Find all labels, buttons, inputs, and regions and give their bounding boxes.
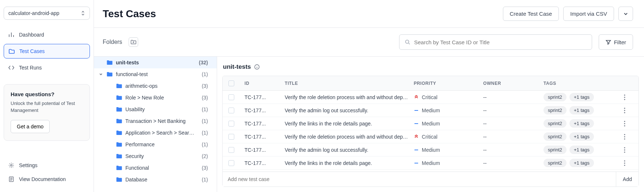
col-id[interactable]: ID: [242, 80, 283, 87]
project-select-value: calculator-android-app: [8, 10, 59, 16]
nav-item-dashboard[interactable]: Dashboard: [4, 28, 90, 42]
col-title[interactable]: TITLE: [283, 80, 412, 87]
folder-icon: [116, 153, 122, 159]
tag-more[interactable]: +1 tags: [569, 106, 594, 114]
col-priority[interactable]: PRIORITY: [412, 80, 481, 87]
row-menu-button[interactable]: [622, 120, 635, 127]
folder-row[interactable]: Transaction > Net Banking(1): [94, 115, 217, 127]
row-menu-button[interactable]: [622, 146, 635, 154]
folder-row[interactable]: Role > New Role(3): [94, 92, 217, 103]
col-tags[interactable]: TAGS: [541, 80, 622, 87]
table-row[interactable]: TC-177...Verify the links in the role de…: [223, 117, 639, 130]
folder-icon: [8, 48, 15, 54]
tag-more[interactable]: +1 tags: [569, 159, 594, 167]
folder-row[interactable]: Database(1): [94, 174, 217, 185]
search-input[interactable]: [410, 39, 587, 45]
nav-item-test-runs[interactable]: Test Runs: [4, 61, 90, 75]
view-docs-label: View Documentation: [19, 176, 66, 182]
cell-priority: Medium: [412, 146, 481, 154]
row-checkbox[interactable]: [228, 121, 234, 127]
tag[interactable]: sprint2: [543, 132, 567, 141]
row-menu-button[interactable]: [622, 94, 635, 101]
tag-more[interactable]: +1 tags: [569, 119, 594, 128]
row-checkbox[interactable]: [228, 94, 234, 100]
cell-tags: sprint2+1 tags: [541, 145, 622, 155]
table-row[interactable]: TC-177...Verify the admin log out succes…: [223, 143, 639, 157]
folder-row[interactable]: Security(2): [94, 150, 217, 162]
folder-icon: [116, 95, 122, 101]
tag[interactable]: sprint2: [543, 146, 567, 154]
folder-row[interactable]: Performance(1): [94, 139, 217, 150]
folder-row[interactable]: functional-test(1): [94, 68, 217, 80]
folder-tree[interactable]: unit-tests(32)functional-test(1)arithmet…: [94, 57, 217, 192]
folder-row[interactable]: Functional(3): [94, 162, 217, 174]
folder-row[interactable]: Application > Search > Search fu...(1): [94, 127, 217, 139]
table-row[interactable]: TC-177...Verify the links in the role de…: [223, 157, 639, 170]
test-case-panel: unit-tests ID TITLE PRIORITY OWNER TAGS: [217, 57, 644, 192]
search-field[interactable]: [399, 34, 592, 50]
row-checkbox[interactable]: [228, 108, 234, 113]
table-row[interactable]: TC-177...Verify the admin log out succes…: [223, 104, 639, 117]
table-row[interactable]: TC-177...Verify the role deletion proces…: [223, 91, 639, 104]
folder-name: arithmetic-ops: [125, 83, 158, 89]
priority-critical-icon: [414, 134, 419, 139]
tag-more[interactable]: +1 tags: [569, 146, 594, 154]
current-folder-bar: unit-tests: [222, 62, 639, 76]
project-select[interactable]: calculator-android-app: [4, 7, 90, 20]
folder-name: Database: [125, 177, 147, 182]
tag-more[interactable]: +1 tags: [569, 132, 594, 141]
table-row[interactable]: TC-177...Verify the role deletion proces…: [223, 130, 639, 143]
row-checkbox[interactable]: [228, 134, 234, 140]
cell-id: TC-177...: [242, 133, 283, 140]
filter-button[interactable]: Filter: [599, 34, 633, 50]
add-folder-button[interactable]: [129, 37, 138, 47]
tag[interactable]: sprint2: [543, 119, 567, 128]
tag[interactable]: sprint2: [543, 159, 567, 167]
nav-item-label: Test Runs: [19, 65, 42, 71]
folder-count: (1): [202, 71, 208, 77]
row-checkbox[interactable]: [228, 160, 234, 166]
folder-count: (1): [202, 106, 208, 112]
folder-row[interactable]: Usability(1): [94, 103, 217, 115]
cell-id: TC-177...: [242, 159, 283, 167]
add-test-case-input[interactable]: [223, 172, 616, 187]
col-owner[interactable]: OWNER: [481, 80, 541, 87]
priority-medium-icon: [414, 161, 419, 166]
cell-title: Verify the admin log out successfully.: [283, 146, 412, 154]
view-docs-link[interactable]: View Documentation: [4, 172, 90, 186]
row-menu-button[interactable]: [622, 133, 635, 140]
row-menu-button[interactable]: [622, 159, 635, 167]
select-all-checkbox[interactable]: [228, 80, 234, 86]
priority-label: Critical: [422, 134, 437, 140]
chevron-down-icon[interactable]: [98, 72, 103, 76]
folder-row[interactable]: arithmetic-ops(3): [94, 80, 217, 92]
cell-title: Verify the links in the role details pag…: [283, 120, 412, 127]
test-case-table: ID TITLE PRIORITY OWNER TAGS TC-177...Ve…: [222, 76, 639, 172]
main-header: Test Cases Create Test Case Import via C…: [94, 0, 644, 28]
create-test-case-button[interactable]: Create Test Case: [503, 7, 559, 21]
folders-label: Folders: [103, 39, 122, 45]
folder-count: (3): [202, 165, 208, 171]
cell-tags: sprint2+1 tags: [541, 158, 622, 168]
cell-id: TC-177...: [242, 94, 283, 101]
folder-icon: [116, 118, 122, 124]
tag[interactable]: sprint2: [543, 93, 567, 101]
get-demo-button[interactable]: Get a demo: [11, 120, 50, 133]
nav-item-test-cases[interactable]: Test Cases: [4, 44, 90, 59]
cell-priority: Medium: [412, 159, 481, 167]
cell-id: TC-177...: [242, 120, 283, 127]
tag[interactable]: sprint2: [543, 106, 567, 114]
folder-row[interactable]: unit-tests(32): [94, 57, 217, 68]
row-checkbox[interactable]: [228, 147, 234, 153]
import-csv-button[interactable]: Import via CSV: [563, 7, 614, 21]
svg-point-7: [624, 108, 625, 109]
row-menu-button[interactable]: [622, 107, 635, 114]
toolbar: Folders Filter: [94, 28, 644, 56]
add-test-case-button[interactable]: Add: [616, 172, 639, 187]
cell-priority: Critical: [412, 94, 481, 101]
svg-point-14: [624, 136, 625, 137]
tag-more[interactable]: +1 tags: [569, 93, 594, 101]
settings-link[interactable]: Settings: [4, 158, 90, 172]
more-actions-button[interactable]: [618, 7, 633, 21]
info-icon[interactable]: [254, 64, 260, 70]
